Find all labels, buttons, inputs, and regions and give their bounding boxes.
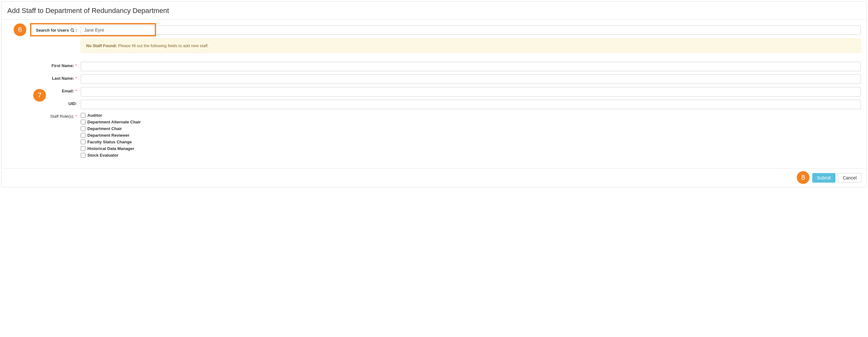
staff-roles-row: Staff Role(s): * AuditorDepartment Alter… [7,112,861,158]
modal-header: Add Staff to Department of Redundancy De… [2,2,866,20]
search-label-text: Search for Users [36,28,69,33]
svg-point-0 [70,29,73,31]
role-option: Auditor [81,113,861,118]
annotation-badge-7: 7 [33,89,46,102]
first-name-row: First Name: * [7,62,861,71]
role-option: Faculty Status Change [81,139,861,144]
first-name-label: First Name: * [7,62,81,68]
role-label[interactable]: Department Alternate Chair [87,120,141,124]
search-input[interactable] [81,25,861,35]
role-label[interactable]: Historical Data Manager [87,146,134,151]
roles-checkbox-list: AuditorDepartment Alternate ChairDepartm… [81,112,861,158]
first-name-input[interactable] [81,62,861,71]
role-checkbox[interactable] [81,146,86,151]
last-name-label: Last Name: * [7,74,81,81]
role-checkbox[interactable] [81,139,86,144]
role-checkbox[interactable] [81,153,86,158]
cancel-button[interactable]: Cancel [838,173,861,182]
last-name-row: Last Name: * [7,74,861,84]
modal-footer: Submit Cancel [2,168,866,187]
role-option: Department Alternate Chair [81,120,861,124]
role-option: Stock Evaluator [81,153,861,158]
role-label[interactable]: Stock Evaluator [87,153,118,158]
last-name-input[interactable] [81,74,861,84]
role-option: Department Reviewer [81,133,861,138]
search-input-col [81,25,861,35]
role-checkbox[interactable] [81,113,86,118]
role-checkbox[interactable] [81,133,86,138]
email-input[interactable] [81,87,861,97]
annotation-badge-8: 8 [797,171,809,184]
submit-button[interactable]: Submit [812,173,836,182]
alert-strong: No Staff Found: [86,43,117,48]
alert-text: Please fill out the following fields to … [117,43,209,48]
no-staff-alert: No Staff Found: Please fill out the foll… [81,39,861,53]
search-icon [70,28,74,32]
role-label[interactable]: Faculty Status Change [87,139,132,144]
role-option: Department Chair [81,126,861,131]
uid-input[interactable] [81,100,861,109]
uid-row: UID: [7,100,861,109]
uid-label: UID: [7,100,81,106]
role-checkbox[interactable] [81,126,86,131]
role-checkbox[interactable] [81,120,86,124]
search-row: Search for Users : [7,25,861,35]
staff-roles-label: Staff Role(s): * [7,112,81,119]
role-option: Historical Data Manager [81,146,861,151]
add-staff-modal: Add Staff to Department of Redundancy De… [1,1,867,187]
role-label[interactable]: Department Chair [87,126,122,131]
alert-row: No Staff Found: Please fill out the foll… [7,40,861,62]
annotation-badge-6: 6 [13,24,26,36]
role-label[interactable]: Department Reviewer [87,133,129,138]
modal-title: Add Staff to Department of Redundancy De… [7,7,861,15]
modal-body: Search for Users : No Staff Found: Pleas… [2,20,866,168]
svg-line-1 [73,31,74,32]
email-row: Email: * [7,87,861,97]
role-label[interactable]: Auditor [87,113,102,118]
